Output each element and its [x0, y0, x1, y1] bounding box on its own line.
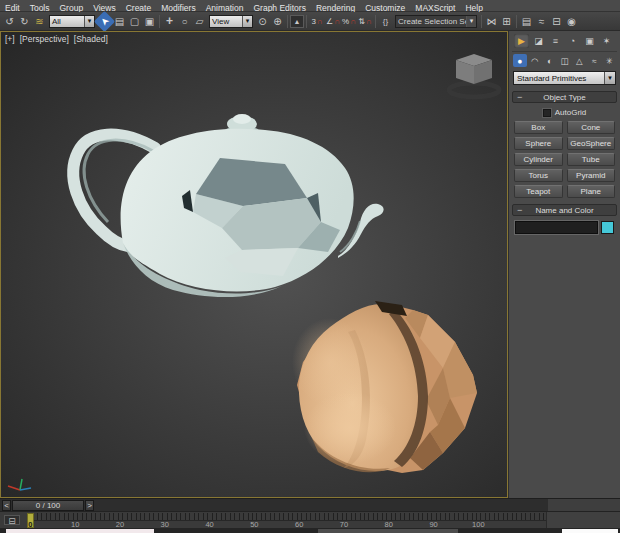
- object-name-input[interactable]: [515, 221, 598, 234]
- category-systems[interactable]: ✳: [602, 54, 616, 67]
- autogrid-checkbox[interactable]: [543, 109, 551, 117]
- toolbar-separator: [481, 15, 482, 28]
- maxscript-mini-listener[interactable]: [6, 529, 154, 533]
- menu-item[interactable]: Animation: [201, 3, 249, 13]
- menu-item[interactable]: Rendering: [311, 3, 360, 13]
- menu-bar: EditToolsGroupViewsCreateModifiersAnimat…: [0, 0, 620, 12]
- bind-to-space-warp-icon[interactable]: ≋: [32, 14, 47, 29]
- object-type-button[interactable]: Teapot: [514, 185, 563, 198]
- rollout-title: Object Type: [513, 93, 616, 102]
- edit-named-selection-sets-icon[interactable]: {}: [378, 14, 393, 29]
- toolbar-separator: [287, 15, 288, 28]
- redo-icon[interactable]: ↻: [17, 14, 32, 29]
- previous-frame-button[interactable]: <: [2, 500, 11, 511]
- track-bar[interactable]: ⊟ 0102030405060708090100: [0, 511, 620, 528]
- tab-utilities[interactable]: ✶: [599, 34, 614, 48]
- tab-motion[interactable]: ◔: [565, 34, 580, 48]
- collapse-icon: −: [517, 205, 522, 215]
- autogrid-label: AutoGrid: [555, 108, 587, 117]
- command-panel: ▶◪≡◔▣✶ ●◠◐◫△≈✳ Standard Primitives ▾ − O…: [508, 31, 620, 498]
- object-category-dropdown[interactable]: Standard Primitives ▾: [513, 71, 616, 85]
- align-icon[interactable]: ⊞: [499, 14, 514, 29]
- spinner-snap-toggle-icon[interactable]: ⇅∩: [357, 14, 373, 29]
- angle-snap-toggle-icon[interactable]: ∠∩: [325, 14, 341, 29]
- viewport-general-menu[interactable]: [+]: [5, 34, 15, 44]
- select-and-rotate-icon[interactable]: ○: [177, 14, 192, 29]
- menu-item[interactable]: Edit: [0, 3, 25, 13]
- status-bar-strip: [0, 528, 620, 533]
- category-helpers[interactable]: △: [572, 54, 586, 67]
- layer-manager-icon[interactable]: ▤: [519, 14, 534, 29]
- name-color-rollout-header[interactable]: − Name and Color: [512, 204, 617, 216]
- tab-hierarchy[interactable]: ≡: [548, 34, 563, 48]
- next-frame-button[interactable]: >: [85, 500, 94, 511]
- reference-coordinate-system-dropdown[interactable]: View ▾: [209, 15, 253, 28]
- schematic-view-icon[interactable]: ⊟: [549, 14, 564, 29]
- toolbar-separator: [375, 15, 376, 28]
- time-slider-row: < 0 / 100 >: [0, 498, 620, 511]
- percent-snap-toggle-icon[interactable]: %∩: [341, 14, 357, 29]
- chevron-down-icon: ▾: [84, 16, 94, 27]
- viewport-shading-menu[interactable]: [Shaded]: [74, 34, 108, 44]
- object-type-button[interactable]: Torus: [514, 169, 563, 182]
- object-type-button[interactable]: Pyramid: [567, 169, 616, 182]
- material-editor-icon[interactable]: ◉: [564, 14, 579, 29]
- object-type-button[interactable]: Tube: [567, 153, 616, 166]
- menu-item[interactable]: Tools: [25, 3, 55, 13]
- object-type-button[interactable]: Cylinder: [514, 153, 563, 166]
- tab-create[interactable]: ▶: [514, 34, 529, 48]
- named-selection-set-dropdown[interactable]: Create Selection Se ▾: [395, 15, 477, 28]
- time-slider[interactable]: 0 / 100: [12, 500, 84, 511]
- object-type-button[interactable]: Cone: [567, 121, 616, 134]
- chevron-down-icon: ▾: [242, 16, 252, 27]
- object-type-button[interactable]: Sphere: [514, 137, 563, 150]
- viewport-scene: [0, 31, 508, 498]
- toolbar-separator: [159, 15, 160, 28]
- chevron-down-icon: ▾: [604, 72, 615, 84]
- command-panel-tabs: ▶◪≡◔▣✶: [512, 33, 617, 52]
- keyboard-shortcut-override-icon[interactable]: ▲: [290, 15, 304, 28]
- category-cameras[interactable]: ◫: [558, 54, 572, 67]
- primitive-buttons: BoxConeSphereGeoSphereCylinderTubeTorusP…: [512, 121, 617, 198]
- select-by-name-icon[interactable]: ▤: [112, 14, 127, 29]
- category-geometry[interactable]: ●: [513, 54, 527, 67]
- perspective-viewport[interactable]: [+] [Perspective] [Shaded]: [0, 31, 508, 498]
- object-type-rollout: − Object Type AutoGrid BoxConeSphereGeoS…: [512, 91, 617, 198]
- menu-item[interactable]: Customize: [360, 3, 410, 13]
- curve-editor-icon[interactable]: ≈: [534, 14, 549, 29]
- window-crossing-icon[interactable]: ▣: [142, 14, 157, 29]
- object-type-button[interactable]: GeoSphere: [567, 137, 616, 150]
- create-categories: ●◠◐◫△≈✳: [512, 52, 617, 70]
- tab-modify[interactable]: ◪: [531, 34, 546, 48]
- select-and-manipulate-icon[interactable]: ⊕: [270, 14, 285, 29]
- menu-item[interactable]: Group: [55, 3, 89, 13]
- mirror-icon[interactable]: ⋈: [484, 14, 499, 29]
- tab-display[interactable]: ▣: [582, 34, 597, 48]
- rollout-title: Name and Color: [513, 206, 616, 215]
- menu-item[interactable]: Modifiers: [156, 3, 200, 13]
- select-and-scale-icon[interactable]: ▱: [192, 14, 207, 29]
- status-field[interactable]: [562, 529, 618, 533]
- object-type-rollout-header[interactable]: − Object Type: [512, 91, 617, 103]
- undo-icon[interactable]: ↺: [2, 14, 17, 29]
- menu-item[interactable]: Graph Editors: [248, 3, 310, 13]
- object-color-swatch[interactable]: [601, 221, 614, 234]
- snaps-toggle-icon[interactable]: 3∩: [309, 14, 325, 29]
- menu-item[interactable]: Help: [460, 3, 487, 13]
- chevron-down-icon: ▾: [466, 16, 476, 27]
- rectangular-selection-region-icon[interactable]: ▢: [127, 14, 142, 29]
- world-axis-tripod: [8, 479, 31, 490]
- category-space-warps[interactable]: ≈: [587, 54, 601, 67]
- category-shapes[interactable]: ◠: [528, 54, 542, 67]
- menu-item[interactable]: Create: [121, 3, 157, 13]
- viewport-pov-menu[interactable]: [Perspective]: [20, 34, 69, 44]
- main-toolbar: ↺ ↻ ≋ All ▾ ➤ ▤ ▢ ▣ + ○ ▱ View ▾ ⊙ ⊕ ▲ 3…: [0, 12, 620, 31]
- object-type-button[interactable]: Plane: [567, 185, 616, 198]
- use-pivot-point-center-icon[interactable]: ⊙: [255, 14, 270, 29]
- menu-item[interactable]: MAXScript: [410, 3, 460, 13]
- category-lights[interactable]: ◐: [543, 54, 557, 67]
- object-type-button[interactable]: Box: [514, 121, 563, 134]
- select-and-move-icon[interactable]: +: [162, 14, 177, 29]
- selection-filter-dropdown[interactable]: All ▾: [49, 15, 95, 28]
- coordinate-fields[interactable]: [318, 529, 458, 533]
